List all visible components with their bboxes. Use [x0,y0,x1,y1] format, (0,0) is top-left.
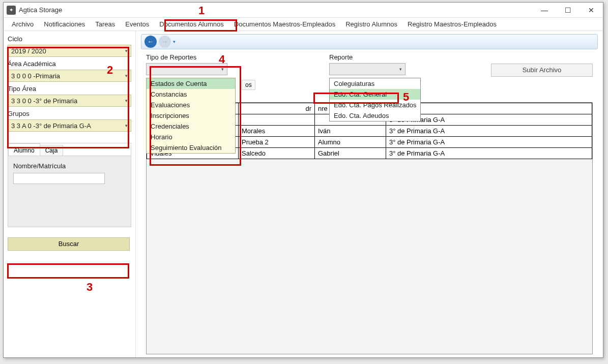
menu-documentos-maestros[interactable]: Documentos Maestros-Empleados [229,18,340,31]
buscar-button[interactable]: Buscar [8,237,130,251]
tipo-option[interactable]: Constancias [147,89,235,100]
tab-body: Nombre/Matrícula [8,156,131,227]
sidebar: Ciclo 2019 / 2020 ▾ Área Académica 3 0 0… [4,31,136,357]
ciclo-select[interactable]: 2019 / 2020 ▾ [8,45,131,57]
reporte-label: Reporte [329,53,431,61]
tipo-option[interactable]: Seguimiento Evaluación [147,142,235,153]
reporte-dropdown: Coleguiaturas Edo. Cta. General Edo. Cta… [329,78,421,122]
reporte-select[interactable]: ▾ [329,63,406,75]
tipo-reportes-label: Tipo de Reportes [146,53,238,61]
window-buttons: — ☐ ✕ [533,3,603,18]
area-value: 3 0 0 0 -Primaria [11,72,60,80]
tab-header: Alumno Caja [8,143,131,156]
menu-documentos-alumnos[interactable]: Documentos Alumnos [154,18,228,31]
report-controls: Tipo de Reportes ▾ Estados de Cuenta Con… [141,51,598,77]
menu-registro-maestros[interactable]: Registro Maestros-Empleados [402,18,502,31]
chevron-down-icon: ▾ [125,123,128,128]
tipo-option[interactable]: Horario [147,132,235,142]
nav-history-dropdown[interactable]: ▾ [173,39,176,44]
nombre-input[interactable] [13,173,105,184]
reporte-option[interactable]: Edo. Cta. Pagos Realizados [330,100,420,110]
subir-archivo-button[interactable]: Subir Archivo [491,64,593,77]
tipo-reportes-dropdown: Estados de Cuenta Constancias Evaluacion… [146,78,236,154]
tipo-area-label: Tipo Área [8,85,131,93]
grid-empty-area [147,159,592,354]
ciclo-value: 2019 / 2020 [11,47,46,55]
grupos-select[interactable]: 3 3 A 0 -3° de Primaria G-A ▾ [8,119,131,132]
hidden-tab-fragment: os [242,80,255,90]
arrow-right-icon: → [162,38,168,45]
minimize-button[interactable]: — [533,3,556,18]
grupos-value: 3 3 A 0 -3° de Primaria G-A [11,122,91,130]
close-button[interactable]: ✕ [580,3,603,18]
chevron-down-icon: ▾ [125,98,128,103]
menu-notificaciones[interactable]: Notificaciones [39,18,90,31]
menu-tareas[interactable]: Tareas [90,18,120,31]
app-window: ✦ Agtica Storage — ☐ ✕ Archivo Notificac… [3,2,603,358]
menu-archivo[interactable]: Archivo [7,18,39,31]
chevron-down-icon: ▾ [221,67,224,72]
search-tabset: Alumno Caja Nombre/Matrícula [8,143,131,227]
app-icon: ✦ [7,6,16,15]
chevron-down-icon: ▾ [399,67,402,72]
body: Ciclo 2019 / 2020 ▾ Área Académica 3 0 0… [4,31,603,357]
area-select[interactable]: 3 0 0 0 -Primaria ▾ [8,70,131,82]
reporte-col: Reporte ▾ Coleguiaturas Edo. Cta. Genera… [329,53,431,77]
tipo-option[interactable]: Evaluaciones [147,100,235,110]
menu-eventos[interactable]: Eventos [120,18,154,31]
grupos-label: Grupos [8,110,131,117]
chevron-down-icon: ▾ [125,48,128,53]
nav-toolbar: ← → ▾ [141,34,598,49]
tab-alumno[interactable]: Alumno [8,143,40,156]
menu-bar: Archivo Notificaciones Tareas Eventos Do… [4,18,603,31]
nav-forward-button[interactable]: → [159,36,171,48]
tipo-reportes-select[interactable]: ▾ [146,63,227,75]
area-label: Área Académica [8,60,131,68]
tipo-option[interactable]: Credenciales [147,121,235,132]
maximize-button[interactable]: ☐ [556,3,580,18]
reporte-option[interactable]: Coleguiaturas [330,78,420,89]
reporte-option[interactable]: Edo. Cta. Adeudos [330,110,420,121]
main: ← → ▾ Tipo de Reportes ▾ Estados de Cuen… [136,31,603,357]
ciclo-label: Ciclo [8,35,131,43]
tipo-reportes-col: Tipo de Reportes ▾ Estados de Cuenta Con… [146,53,238,77]
menu-registro-alumnos[interactable]: Registro Alumnos [340,18,402,31]
reporte-option[interactable]: Edo. Cta. General [330,89,420,100]
tipo-option[interactable]: Inscripciones [147,110,235,121]
chevron-down-icon: ▾ [125,73,128,78]
tipo-area-value: 3 3 0 0 -3° de Primaria [11,97,77,105]
arrow-left-icon: ← [148,38,154,45]
tipo-option[interactable]: Estados de Cuenta [147,78,235,89]
tab-caja[interactable]: Caja [40,145,64,156]
titlebar: ✦ Agtica Storage — ☐ ✕ [4,3,603,18]
subir-col: Subir Archivo [491,53,593,77]
nombre-label: Nombre/Matrícula [13,162,126,170]
col-materno[interactable]: dr [239,103,315,114]
tipo-area-select[interactable]: 3 3 0 0 -3° de Primaria ▾ [8,95,131,107]
window-title: Agtica Storage [19,6,533,14]
nav-back-button[interactable]: ← [144,36,157,48]
